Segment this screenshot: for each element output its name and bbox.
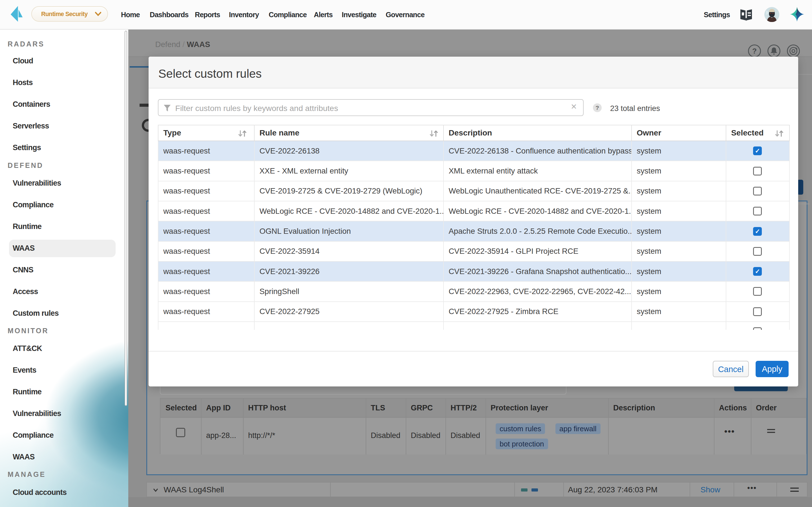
svg-text:?: ? bbox=[752, 47, 757, 55]
